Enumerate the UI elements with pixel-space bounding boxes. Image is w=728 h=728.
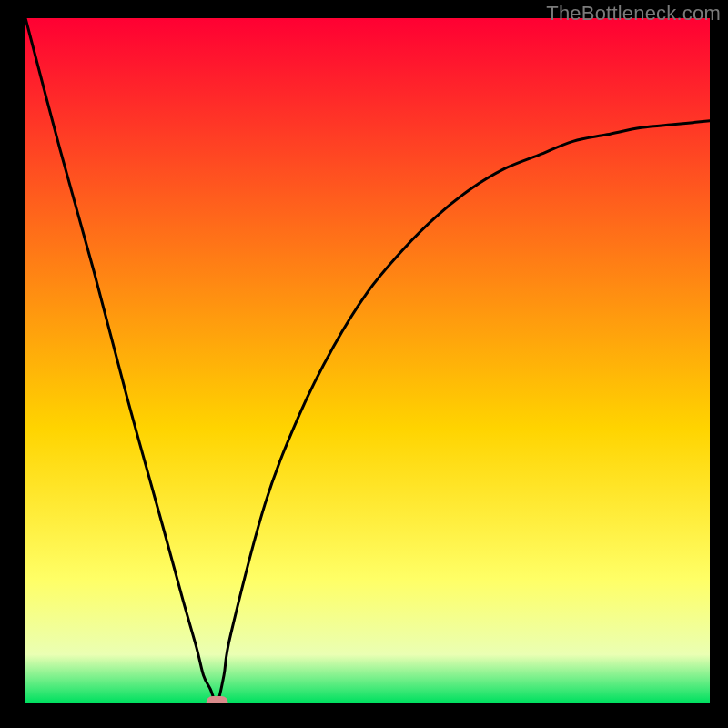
watermark-text: TheBottleneck.com xyxy=(546,2,721,25)
min-marker xyxy=(207,696,228,703)
chart-plot-area xyxy=(25,18,710,703)
chart-svg xyxy=(25,18,710,703)
chart-background xyxy=(25,18,710,703)
chart-frame: TheBottleneck.com xyxy=(0,0,728,728)
